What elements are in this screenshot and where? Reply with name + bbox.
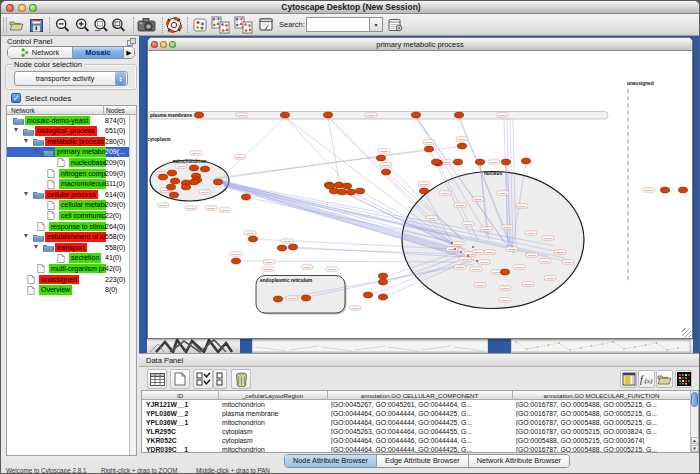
tree-row[interactable]: nitrogen compound metabolic process209(0… — [7, 168, 131, 179]
tree-row[interactable]: mosaic-demo-yeast874(0) — [7, 115, 131, 126]
tree-expand-icon[interactable] — [24, 234, 28, 238]
chevron-down-icon: ▼ — [374, 22, 379, 28]
table-column-header[interactable]: annotation.GO MOLECULAR_FUNCTION — [512, 392, 691, 399]
search-input[interactable] — [306, 17, 370, 32]
tree-scrollbar[interactable] — [129, 115, 136, 455]
scroll-down-button[interactable]: ▼ — [691, 445, 699, 452]
network-window-titlebar[interactable]: primary metabolic process — [148, 38, 692, 51]
background-windows[interactable] — [147, 339, 693, 353]
tree-row[interactable]: cellular process614(0) — [7, 189, 131, 200]
tab-edge-attribute-browser[interactable]: Edge Attribute Browser — [377, 455, 469, 467]
tree-row[interactable]: unassigned223(0) — [7, 274, 131, 285]
tree-row-label: secretion — [69, 253, 101, 262]
tree-row[interactable]: establishment of localization558(0) — [7, 232, 131, 243]
configure-search-button[interactable] — [384, 16, 406, 34]
tree-expand-icon[interactable] — [24, 139, 28, 143]
network-view-window[interactable]: primary metabolic process plasma membran… — [147, 37, 693, 339]
node-name-label — [446, 247, 458, 251]
resize-grip[interactable] — [682, 328, 691, 337]
import-attributes-button[interactable] — [656, 370, 673, 388]
mitochondrion-label: mitochondrion — [173, 159, 207, 164]
background-window-fragment — [252, 339, 488, 352]
tree-row[interactable]: cell communication22(0) — [7, 210, 131, 221]
table-cell-mf: [GO:0016787, GO:0005488, GO:0005215, G..… — [516, 401, 689, 408]
table-cell-id: YLR295C — [146, 428, 216, 435]
column-separator[interactable] — [512, 391, 513, 400]
hub-node — [472, 246, 474, 248]
unselect-attributes-button[interactable] — [213, 369, 227, 389]
tab-node-attribute-browser[interactable]: Node Attribute Browser — [285, 455, 377, 467]
svg-text:f: f — [640, 374, 644, 385]
layout-button[interactable] — [189, 16, 211, 34]
data-panel-titlebar[interactable]: Data Panel — [139, 354, 700, 367]
function-builder-button[interactable]: f(x) — [638, 370, 655, 388]
tree-row[interactable]: Overview8(0) — [7, 285, 131, 296]
help-button[interactable] — [163, 16, 185, 34]
background-window-fragment — [240, 339, 252, 353]
network-canvas[interactable]: plasma membranecytoplasmmitochondrionnuc… — [148, 51, 692, 339]
table-column-header[interactable]: _cellularLayoutRegion — [218, 392, 327, 399]
network-node — [166, 184, 175, 190]
tree-row[interactable]: response to stimulus264(0) — [7, 221, 131, 232]
tree-expand-icon[interactable] — [34, 245, 38, 249]
zoom-actual-button[interactable] — [108, 16, 130, 34]
tree-row[interactable]: multi-organism process42(0) — [7, 263, 131, 274]
window-titlebar[interactable]: Cytoscape Desktop (New Session) — [1, 1, 700, 14]
attribute-table-button[interactable] — [147, 369, 167, 389]
float-window-icon[interactable] — [127, 38, 136, 46]
table-row[interactable]: YJR121W__1mitochondrion[GO:0045267, GO:0… — [142, 400, 691, 409]
tab-mosaic[interactable]: Mosaic — [73, 47, 124, 58]
file-icon — [47, 211, 55, 220]
tab-overflow-button[interactable]: ▶ — [124, 47, 134, 58]
tree-expand-icon[interactable] — [24, 192, 28, 196]
node-name-label — [472, 197, 484, 201]
destroy-network-button[interactable] — [232, 16, 254, 34]
background-window-fragment — [511, 339, 690, 352]
tree-expand-icon[interactable] — [14, 128, 18, 132]
new-network-from-selection-button[interactable] — [209, 16, 231, 34]
select-nodes-checkbox[interactable]: ✓ — [11, 93, 21, 103]
attribute-report-button[interactable] — [620, 370, 637, 388]
table-column-header[interactable]: annotation.GO CELLULAR_COMPONENT — [327, 392, 512, 399]
background-window-fragment — [677, 347, 679, 349]
network-tree-header: Network Nodes — [7, 106, 136, 115]
table-scrollbar-thumb[interactable] — [691, 392, 698, 407]
save-session-button[interactable] — [25, 16, 47, 34]
table-column-header[interactable]: ID — [142, 392, 218, 399]
zoom-out-button[interactable] — [51, 16, 73, 34]
tree-row[interactable]: biological_process651(0) — [7, 126, 131, 137]
table-scrollbar[interactable]: ▲ ▼ — [690, 391, 699, 452]
table-row[interactable]: YPL036W__1mitochondrion[GO:0044464, GO:0… — [142, 418, 691, 427]
tree-row[interactable]: metabolic process280(0) — [7, 136, 131, 147]
tab-mosaic-label: Mosaic — [85, 48, 110, 57]
table-row[interactable]: YPL036W__2plasma membrane[GO:0044464, GO… — [142, 409, 691, 418]
tree-row[interactable]: transport558(0) — [7, 242, 131, 253]
tree-row[interactable]: macromolecule metabolic process311(0) — [7, 179, 131, 190]
table-row[interactable]: YKR052Ccytoplasm[GO:0044464, GO:0044446,… — [142, 436, 691, 445]
tree-row[interactable]: nucleobase-containing compound metabolic… — [7, 157, 131, 168]
new-attribute-button[interactable] — [170, 369, 190, 389]
select-attributes-button[interactable] — [193, 369, 213, 389]
node-color-select[interactable]: transporter activity ▲▼ — [14, 71, 128, 86]
export-image-button[interactable] — [136, 16, 158, 34]
tree-row[interactable]: secretion41(0) — [7, 253, 131, 264]
table-row[interactable]: YLR295Ccytoplasm[GO:0045263, GO:0044464,… — [142, 427, 691, 436]
tree-expand-icon[interactable] — [34, 149, 38, 153]
scroll-up-button[interactable]: ▲ — [691, 437, 699, 444]
node-name-label — [230, 252, 242, 256]
tree-row[interactable]: primary metabolic process209(... — [7, 147, 131, 158]
heatmap-button[interactable] — [675, 370, 692, 388]
network-node — [475, 159, 484, 165]
delete-attribute-button[interactable] — [231, 369, 251, 389]
compartment-nucleus — [402, 172, 584, 309]
column-separator[interactable] — [218, 391, 219, 400]
table-row[interactable]: YDR039C__1mitochondrion[GO:0044464, GO:0… — [142, 445, 691, 453]
node-color-selection-group: Node color selection transporter activit… — [5, 64, 137, 90]
column-separator[interactable] — [327, 391, 328, 400]
tree-row[interactable]: cellular metabolic process209(0) — [7, 200, 131, 211]
tab-network-attribute-browser[interactable]: Network Attribute Browser — [469, 455, 569, 467]
tab-network[interactable]: Network — [8, 47, 73, 58]
select-nodes-option[interactable]: ✓ Select nodes — [11, 92, 71, 104]
annotation-button[interactable] — [255, 16, 277, 34]
search-dropdown-button[interactable]: ▼ — [370, 17, 383, 32]
